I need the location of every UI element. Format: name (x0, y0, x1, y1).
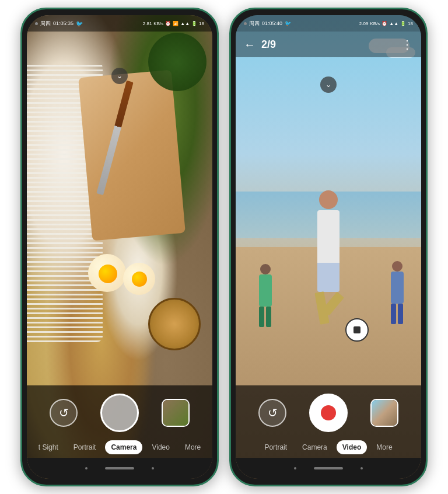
status-right-2: 2.09 KB/s ⏰ ▲▲ 🔋 18 (359, 21, 413, 26)
flip-icon-1: ↺ (59, 406, 69, 420)
phone-1: 周四 01:05:35 🐦 2.81 KB/s ⏰ 📶 ▲▲ 🔋 18 (20, 8, 219, 486)
figure-left-legs (259, 307, 272, 327)
mode-tabs-1: t Sight Portrait Camera Video More (27, 437, 212, 458)
phone-2: 周四 01:05:40 🐦 2.09 KB/s ⏰ ▲▲ 🔋 18 (229, 8, 428, 486)
egg-2 (123, 263, 155, 295)
shutter-button-1[interactable] (100, 394, 139, 432)
phone-1-screen: 周四 01:05:35 🐦 2.81 KB/s ⏰ 📶 ▲▲ 🔋 18 (27, 15, 212, 479)
signal-icon: ▲▲ (180, 21, 190, 26)
leg-l-1 (259, 307, 264, 327)
figure-right-head (392, 261, 402, 272)
tab-more-2[interactable]: More (370, 440, 398, 454)
nav-back-2 (294, 467, 296, 469)
greens-bowl (148, 33, 206, 91)
tab-portrait-2[interactable]: Portrait (258, 440, 293, 454)
tab-more-1[interactable]: More (179, 440, 206, 454)
status-left-2: 周四 01:05:40 🐦 (244, 20, 291, 27)
figure-right (391, 261, 404, 324)
gallery-thumbnail-1[interactable] (162, 399, 190, 427)
leg-r-2 (398, 304, 403, 324)
main-figure (317, 190, 340, 324)
tab-camera-2[interactable]: Camera (296, 440, 333, 454)
phone-1-shell: 周四 01:05:35 🐦 2.81 KB/s ⏰ 📶 ▲▲ 🔋 18 (20, 8, 219, 486)
network-speed-1: 2.81 (143, 21, 152, 26)
kb-label-2: KB/s (370, 21, 380, 26)
kb-label-1: KB/s (153, 21, 163, 26)
network-speed-2: 2.09 (359, 21, 369, 26)
status-bar-1: 周四 01:05:35 🐦 2.81 KB/s ⏰ 📶 ▲▲ 🔋 18 (27, 15, 212, 32)
main-figure-body (317, 210, 340, 263)
tab-night-sight[interactable]: t Sight (33, 440, 64, 454)
seeds-bowl (148, 298, 201, 350)
gallery-thumbnail-2[interactable] (370, 399, 398, 427)
thumbnail-beach-image (372, 400, 397, 426)
status-day-2: 周四 (249, 20, 260, 27)
main-figure-legs (317, 292, 340, 324)
battery-level-2: 18 (408, 21, 413, 26)
flip-camera-button-2[interactable]: ↺ (258, 399, 286, 427)
egg-yolk-1 (99, 265, 117, 283)
phone-2-screen: 周四 01:05:40 🐦 2.09 KB/s ⏰ ▲▲ 🔋 18 (236, 15, 421, 479)
back-button[interactable]: ← (244, 38, 256, 51)
more-options-button[interactable]: ⋮ (401, 37, 413, 51)
status-icon-2: 🐦 (285, 20, 291, 26)
status-right-1: 2.81 KB/s ⏰ 📶 ▲▲ 🔋 18 (143, 21, 204, 26)
record-dot (321, 405, 336, 420)
alarm-icon: ⏰ (165, 21, 171, 26)
tab-video-1[interactable]: Video (146, 440, 175, 454)
nav-home-2 (314, 467, 343, 469)
status-left-1: 周四 01:05:35 🐦 (35, 20, 83, 27)
soccer-ball (345, 318, 369, 342)
nav-bar-2 (236, 458, 421, 479)
nav-back-1 (85, 467, 88, 469)
cutting-board (78, 70, 186, 241)
figure-left (259, 264, 272, 327)
camera-controls-2: ↺ (236, 385, 421, 437)
thumbnail-food-image (163, 400, 188, 426)
camera-viewfinder-beach: 周四 01:05:40 🐦 2.09 KB/s ⏰ ▲▲ 🔋 18 (236, 15, 421, 479)
mode-tabs-2: Portrait Camera Video More (236, 437, 421, 458)
tab-camera-1[interactable]: Camera (105, 440, 142, 454)
figure-left-body (259, 274, 272, 307)
photo-counter: 2/9 (261, 39, 401, 51)
tab-portrait-1[interactable]: Portrait (68, 440, 102, 454)
status-time-2: 01:05:40 (262, 20, 282, 26)
photo-header: ← 2/9 ⋮ (236, 32, 421, 57)
battery-icon-1: 🔋 (191, 21, 197, 26)
leg-l-2 (266, 307, 271, 327)
signal-icon-2: ▲▲ (389, 21, 398, 26)
leg-r-1 (391, 304, 396, 324)
battery-level-1: 18 (199, 21, 204, 26)
status-dot-2 (244, 22, 247, 25)
status-icon-bird: 🐦 (76, 20, 83, 27)
chevron-down-icon-2: ⌄ (326, 81, 331, 89)
chevron-down-icon-1: ⌄ (117, 72, 123, 80)
battery-icon-2: 🔋 (400, 21, 406, 26)
alarm-icon-2: ⏰ (382, 21, 387, 26)
camera-controls-1: ↺ (27, 385, 212, 437)
phone-2-shell: 周四 01:05:40 🐦 2.09 KB/s ⏰ ▲▲ 🔋 18 (229, 8, 428, 486)
status-day-1: 周四 (40, 20, 51, 27)
flip-camera-button-1[interactable]: ↺ (50, 399, 78, 427)
wifi-icon: 📶 (173, 21, 178, 26)
chevron-down-indicator-1[interactable]: ⌄ (111, 68, 128, 84)
nav-recent-2 (360, 467, 363, 469)
chevron-down-indicator-2[interactable]: ⌄ (320, 76, 337, 93)
nav-bar-1 (27, 458, 212, 479)
figure-right-legs (391, 304, 404, 324)
egg-yolk-2 (132, 272, 147, 287)
main-figure-pants (317, 263, 340, 292)
status-bar-2: 周四 01:05:40 🐦 2.09 KB/s ⏰ ▲▲ 🔋 18 (236, 15, 421, 32)
tab-video-2[interactable]: Video (337, 440, 367, 454)
status-time-1: 01:05:35 (53, 20, 74, 26)
video-shutter-button[interactable] (309, 394, 348, 432)
flip-icon-2: ↺ (268, 406, 278, 420)
egg-1 (88, 254, 126, 292)
figure-left-head (260, 264, 271, 274)
figure-right-body (391, 272, 404, 304)
camera-viewfinder-food: 周四 01:05:35 🐦 2.81 KB/s ⏰ 📶 ▲▲ 🔋 18 (27, 15, 212, 479)
nav-home-1 (105, 467, 134, 469)
nav-recent-1 (152, 467, 154, 469)
status-dot (35, 22, 38, 25)
main-figure-head (319, 190, 338, 209)
